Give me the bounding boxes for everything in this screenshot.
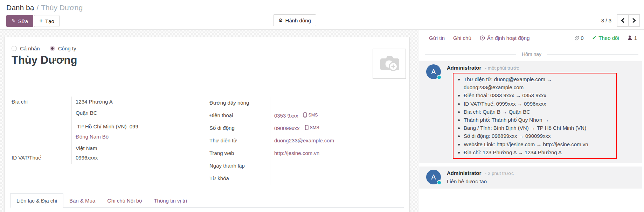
email-label: Thư điện tử (209, 137, 237, 143)
contact-form-sheet: Cá nhân Công ty Thùy Dương (4, 37, 410, 212)
message-timestamp: - một phút trước (485, 65, 519, 71)
change-log-item: Thành phố: Thành phố Quy Nhơn → (464, 116, 613, 124)
change-log-item: Website Link: http://jesine.com → http:/… (464, 140, 613, 148)
pager-previous-button[interactable] (617, 14, 629, 27)
radio-individual[interactable]: Cá nhân (12, 45, 40, 51)
camera-plus-icon (379, 55, 400, 73)
change-log-list: Thư điện tử: duong@example.com → duong23… (456, 75, 613, 156)
radio-individual-label: Cá nhân (20, 45, 40, 51)
change-log-item: Số di động: 098899xxx → 090099xxx (464, 132, 613, 140)
chevron-right-icon (632, 18, 636, 23)
tab-internal-notes[interactable]: Ghi chú Nội bộ (101, 194, 148, 207)
attachments-button[interactable]: 0 (574, 35, 583, 41)
address-city-state-zip: TP Hồ Chí Minh (VN) 099 (77, 123, 138, 129)
chatter-topbar: Gửi tin Ghi chú Ấn định hoạt động 0 ✔ Th… (419, 35, 644, 41)
phone-sms-label: SMS (308, 113, 318, 118)
phone-row: 0353 9xxxSMS (274, 112, 318, 119)
person-icon (628, 35, 632, 40)
vat-value: 0996xxxx (76, 155, 98, 161)
phone-sms-button[interactable]: SMS (303, 112, 318, 118)
chatter-topbar-right: 0 ✔ Theo dõi 1 (574, 35, 637, 41)
avatar: A (426, 64, 441, 79)
pager-next-button[interactable] (628, 14, 640, 27)
schedule-activity-label: Ấn định hoạt động (487, 35, 530, 41)
radio-company-circle[interactable] (50, 46, 55, 51)
pencil-icon: ✎ (12, 19, 16, 23)
phone-label: Điện thoại (209, 112, 233, 118)
breadcrumb: Danh bạ/Thùy Dương (6, 3, 83, 12)
company-type-radios: Cá nhân Công ty (12, 45, 76, 51)
radio-individual-circle[interactable] (12, 46, 17, 51)
change-log-item: Điện thoại: 0333 9xxx → 0353 9xxx (464, 91, 613, 99)
attachment-count: 0 (581, 35, 583, 41)
change-log-item: ID VAT/Thuế: 0999xxx → 0996xxxx (464, 100, 613, 108)
send-message-button[interactable]: Gửi tin (429, 35, 445, 41)
tab-sales-purchase[interactable]: Bán & Mua (63, 194, 101, 207)
action-menu-button[interactable]: ⚙ Hành động (273, 14, 316, 26)
gear-icon: ⚙ (278, 18, 283, 23)
hotline-label: Đường dây nóng (209, 100, 249, 106)
online-status-dot (437, 180, 442, 185)
radio-company[interactable]: Công ty (50, 45, 76, 51)
breadcrumb-current: Thùy Dương (41, 3, 83, 12)
breadcrumb-separator: / (36, 3, 39, 12)
chatter-message: A Administrator - 2 phút trước Liên hệ đ… (419, 167, 642, 189)
date-divider-label: Hôm nay (522, 51, 541, 57)
pager-counter: 3 / 3 (601, 17, 611, 23)
message-author[interactable]: Administrator (447, 170, 481, 176)
tags-label: Từ khóa (209, 175, 229, 181)
check-icon: ✔ (592, 35, 597, 41)
contact-image-placeholder[interactable] (373, 49, 406, 79)
phone-link[interactable]: 0353 9xxx (274, 113, 298, 119)
website-link[interactable]: http://jesine.com.vn (274, 150, 319, 156)
radio-company-label: Công ty (58, 45, 76, 51)
follow-button[interactable]: ✔ Theo dõi (592, 35, 619, 41)
mobile-label: Số di động (209, 125, 235, 131)
control-panel-buttons: ✎ Sửa + Tạo (6, 15, 60, 27)
date-divider: Hôm nay (425, 51, 638, 57)
divider-line (425, 54, 516, 55)
email-link[interactable]: duong233@example.com (274, 137, 334, 143)
mobile-sms-label: SMS (310, 125, 319, 130)
address-street: 1234 Phường A (76, 99, 113, 105)
control-panel: Danh bạ/Thùy Dương ✎ Sửa + Tạo ⚙ Hành độ… (0, 0, 644, 30)
tab-location-info[interactable]: Thông tin vị trí (148, 194, 193, 207)
address-country: Việt Nam (76, 145, 97, 151)
message-header: Administrator - một phút trước (447, 65, 637, 71)
breadcrumb-root[interactable]: Danh bạ (6, 3, 34, 12)
action-menu-label: Hành động (285, 17, 311, 23)
right-column-separator (270, 97, 270, 185)
schedule-activity-button[interactable]: Ấn định hoạt động (480, 35, 530, 41)
divider-line (547, 54, 638, 55)
avatar-initial: A (431, 68, 436, 76)
address-street2: Quận BC (76, 110, 97, 116)
mobile-row: 090099xxxSMS (274, 125, 319, 131)
follow-label: Theo dõi (598, 35, 619, 41)
address-region-link[interactable]: Đông Nam Bộ (76, 134, 109, 140)
avatar: A (426, 170, 441, 184)
followers-button[interactable]: 1 (628, 35, 637, 41)
edit-button[interactable]: ✎ Sửa (6, 15, 33, 27)
chevron-left-icon (621, 18, 625, 23)
mobile-link[interactable]: 090099xxx (274, 125, 300, 131)
tab-contacts-addresses[interactable]: Liên lạc & Địa chỉ (10, 193, 63, 208)
create-button[interactable]: + Tạo (34, 15, 60, 27)
mobile-sms-button[interactable]: SMS (305, 125, 319, 130)
message-header: Administrator - 2 phút trước (447, 170, 637, 176)
chatter-message: A Administrator - một phút trước Thư điệ… (419, 61, 642, 163)
mobile-icon (305, 125, 309, 130)
log-note-button[interactable]: Ghi chú (453, 35, 471, 41)
change-log-item: Bang / Tỉnh: Bình Định (VN) → TP Hồ Chí … (464, 124, 613, 132)
vat-label: ID VAT/Thuế (12, 155, 41, 161)
left-column-separator (71, 97, 72, 164)
follower-count: 1 (634, 35, 637, 41)
online-status-dot (437, 75, 442, 80)
change-log-item: Địa chỉ: 123 Phường A → 1234 Phường A (464, 148, 613, 156)
chatter-panel: Gửi tin Ghi chú Ấn định hoạt động 0 ✔ Th… (419, 30, 644, 212)
message-author[interactable]: Administrator (447, 65, 481, 71)
avatar-initial: A (431, 173, 436, 181)
website-label: Trang web (209, 150, 234, 156)
message-timestamp: - 2 phút trước (485, 171, 514, 176)
clock-icon (480, 35, 485, 41)
edit-button-label: Sửa (18, 18, 28, 24)
